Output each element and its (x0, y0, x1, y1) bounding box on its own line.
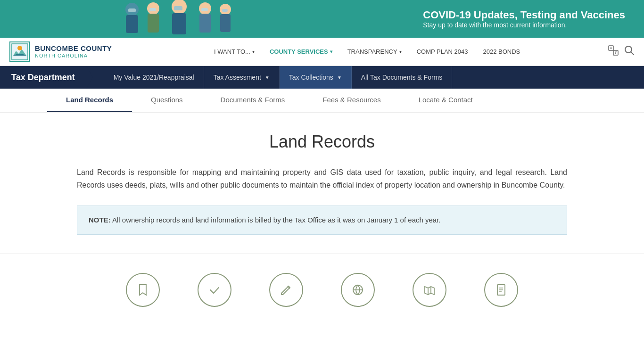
dept-bar: Tax Department My Value 2021/Reappraisal… (0, 66, 644, 89)
nav-item-bonds[interactable]: 2022 BONDS (476, 44, 528, 59)
chevron-down-icon: ▾ (252, 49, 255, 54)
svg-rect-7 (172, 13, 186, 34)
svg-rect-5 (149, 8, 156, 11)
dept-nav-all-documents[interactable]: All Tax Documents & Forms (352, 66, 452, 89)
footer-icon-map[interactable] (413, 273, 446, 307)
footer-icon-pencil[interactable] (269, 273, 303, 307)
svg-rect-18 (613, 50, 618, 55)
footer-icon-globe[interactable] (341, 273, 375, 307)
checkmark-icon (198, 273, 231, 307)
footer-icons-row (0, 254, 644, 316)
document-icon (484, 273, 518, 307)
svg-line-20 (631, 52, 634, 55)
chevron-down-icon: ▾ (330, 49, 332, 54)
dept-nav: My Value 2021/Reappraisal Tax Assessment… (104, 66, 644, 89)
logo-text: BUNCOMBE COUNTY NORTH CAROLINA (35, 44, 112, 59)
sub-nav-fees-resources[interactable]: Fees & Resources (304, 89, 399, 112)
chevron-down-icon: ▾ (399, 49, 402, 54)
sub-nav-land-records[interactable]: Land Records (47, 89, 132, 112)
svg-rect-4 (148, 14, 159, 33)
medical-figures-illustration (118, 0, 250, 38)
svg-rect-2 (128, 8, 136, 12)
main-nav: BUNCOMBE COUNTY NORTH CAROLINA I WANT TO… (0, 38, 644, 66)
footer-icon-bookmark[interactable] (126, 273, 160, 307)
svg-rect-1 (126, 15, 138, 33)
svg-rect-13 (220, 14, 231, 32)
main-content: Land Records Land Records is responsible… (39, 113, 605, 254)
note-text: All ownership records and land informati… (112, 216, 441, 224)
translate-icon[interactable] (608, 45, 619, 58)
note-label: NOTE: (89, 216, 111, 224)
covid-text-block[interactable]: COVID-19 Updates, Testing and Vaccines S… (423, 9, 625, 29)
map-icon (413, 273, 446, 307)
page-title: Land Records (77, 132, 567, 152)
covid-subtitle: Stay up to date with the most current in… (423, 21, 625, 29)
svg-rect-10 (199, 14, 211, 33)
logo-icon (9, 41, 30, 62)
search-icon[interactable] (624, 45, 635, 58)
sub-nav-documents-forms[interactable]: Documents & Forms (202, 89, 304, 112)
sub-nav-questions[interactable]: Questions (132, 89, 202, 112)
svg-rect-8 (174, 6, 182, 10)
covid-banner: COVID-19 Updates, Testing and Vaccines S… (0, 0, 644, 38)
bookmark-icon (126, 273, 160, 307)
svg-rect-11 (201, 8, 208, 11)
logo-link[interactable]: BUNCOMBE COUNTY NORTH CAROLINA (9, 41, 112, 62)
chevron-down-icon: ▼ (337, 75, 342, 80)
globe-icon (341, 273, 375, 307)
nav-links: I WANT TO... ▾ COUNTY SERVICES ▾ TRANSPA… (126, 44, 608, 59)
nav-right (608, 45, 635, 58)
nav-item-transparency[interactable]: TRANSPARENCY ▾ (340, 44, 409, 59)
pencil-icon (269, 273, 303, 307)
dept-nav-tax-collections[interactable]: Tax Collections ▼ (280, 66, 352, 89)
svg-rect-14 (222, 9, 228, 12)
footer-icon-document[interactable] (484, 273, 518, 307)
page-description: Land Records is responsible for mapping … (77, 166, 567, 191)
sub-nav-locate-contact[interactable]: Locate & Contact (400, 89, 492, 112)
dept-nav-my-value[interactable]: My Value 2021/Reappraisal (104, 66, 204, 89)
sub-nav: Land Records Questions Documents & Forms… (0, 89, 644, 113)
nav-item-iwantto[interactable]: I WANT TO... ▾ (206, 44, 262, 59)
footer-icon-checkmark[interactable] (198, 273, 231, 307)
chevron-down-icon: ▼ (265, 75, 270, 80)
svg-point-16 (17, 46, 22, 50)
note-box: NOTE: All ownership records and land inf… (77, 206, 567, 235)
nav-item-comp-plan[interactable]: COMP PLAN 2043 (409, 44, 476, 59)
dept-title: Tax Department (0, 66, 104, 89)
nav-item-county-services[interactable]: COUNTY SERVICES ▾ (262, 44, 340, 59)
dept-nav-tax-assessment[interactable]: Tax Assessment ▼ (204, 66, 280, 89)
covid-title: COVID-19 Updates, Testing and Vaccines (423, 9, 625, 21)
